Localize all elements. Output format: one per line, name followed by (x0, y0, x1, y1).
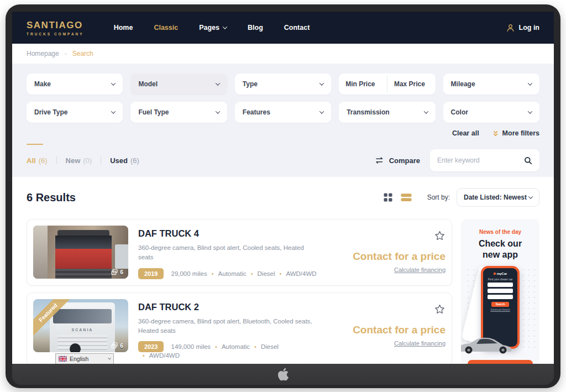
list-view-icon[interactable] (401, 193, 412, 202)
year-badge: 2019 (138, 268, 164, 279)
filter-color[interactable]: Color (443, 102, 539, 123)
chevron-down-icon (111, 81, 116, 85)
search-icon[interactable] (524, 156, 532, 165)
nav-item-blog[interactable]: Blog (248, 24, 263, 32)
chevron-down-icon (216, 81, 220, 85)
apple-logo (277, 367, 289, 381)
tab-all[interactable]: All (6) (27, 156, 48, 165)
nav-item-classic[interactable]: Classic (154, 24, 178, 32)
favorite-star-icon[interactable] (434, 230, 446, 242)
breadcrumb-home[interactable]: Homepage (27, 50, 59, 58)
language-value: English (70, 356, 88, 362)
filter-fuel-type[interactable]: Fuel Type (130, 102, 227, 123)
photos-icon (111, 342, 118, 349)
filter-transmission[interactable]: Transmission (339, 102, 435, 123)
chevron-down-icon (528, 109, 532, 113)
listing-photo[interactable]: 6 (33, 226, 128, 279)
brand-logo[interactable]: SANTIAGO TRUCKS COMPANY (27, 20, 84, 36)
chevron-down-icon (223, 24, 227, 29)
chevron-down-icon (216, 109, 220, 113)
app-promo-card: News of the day Check our new app m (461, 219, 539, 364)
filter-grid: Make Model Type Mileage (27, 74, 539, 123)
keyword-input[interactable] (437, 156, 524, 164)
min-price-input[interactable] (339, 74, 387, 95)
listing-title[interactable]: DAF TRUCK 4 (138, 228, 318, 239)
photo-count-badge: 6 (111, 269, 123, 275)
photos-icon (111, 269, 118, 275)
photo-count-badge: 6 (111, 342, 123, 349)
filter-features[interactable]: Features (235, 102, 331, 123)
filter-model[interactable]: Model (130, 74, 227, 95)
favorite-star-icon[interactable] (434, 304, 446, 315)
breadcrumb: Homepage - Search (12, 44, 554, 64)
listing-photo[interactable]: SCANIA Featured 6 (33, 299, 128, 352)
app-logo: myCar (483, 272, 517, 275)
grid-view-icon[interactable] (384, 193, 392, 202)
filter-price (339, 74, 435, 95)
filter-make[interactable]: Make (27, 74, 123, 95)
listing-features: 360-degree camera, Blind spot alert, Blu… (138, 317, 318, 336)
login-label: Log in (519, 24, 540, 32)
listing-features: 360-degree camera, Blind spot alert, Coo… (138, 243, 318, 263)
compare-arrows-icon (374, 157, 384, 164)
brand-name: SANTIAGO (27, 20, 84, 31)
monitor-frame: SANTIAGO TRUCKS COMPANY Home Classic Pag… (6, 4, 560, 388)
phone-mockup: myCar Find your dream car Search Advance… (461, 266, 539, 353)
chevron-down-icon (108, 357, 111, 360)
double-chevron-down-icon (492, 130, 499, 137)
promo-kicker: News of the day (461, 229, 539, 235)
keyword-search-box (430, 149, 539, 171)
sort-by-label: Sort by: (427, 194, 450, 201)
promo-title: Check our new app (461, 238, 539, 260)
top-navbar: SANTIAGO TRUCKS COMPANY Home Classic Pag… (12, 12, 554, 44)
chevron-down-icon (111, 109, 116, 113)
nav-item-pages[interactable]: Pages (199, 24, 227, 32)
nav-item-contact[interactable]: Contact (284, 24, 310, 32)
language-selector[interactable]: English (55, 353, 114, 364)
more-filters-button[interactable]: More filters (492, 129, 539, 137)
price-label: Contact for a price (353, 324, 446, 336)
listings-area: 6 DAF TRUCK 4 360-degree camera, Blind s… (27, 219, 539, 364)
chevron-down-icon (319, 81, 324, 85)
listing-meta: 2019 29,000 miles Automatic Diesel AWD/4… (138, 268, 318, 279)
monitor-chin (12, 364, 554, 385)
max-price-input[interactable] (387, 74, 436, 95)
year-badge: 2023 (138, 341, 164, 352)
clear-all-button[interactable]: Clear all (452, 129, 479, 137)
filter-actions: Clear all More filters (27, 129, 539, 137)
chevron-down-icon (528, 194, 533, 198)
chevron-down-icon (423, 109, 428, 113)
listings-column: 6 DAF TRUCK 4 360-degree camera, Blind s… (27, 219, 452, 364)
tab-new[interactable]: New (0) (66, 156, 92, 165)
user-icon (506, 24, 515, 32)
calculate-financing-link[interactable]: Calculate financing (394, 266, 446, 273)
price-label: Contact for a price (353, 250, 446, 263)
results-section: 6 Results Sort by: Date Listed: N (12, 177, 554, 364)
compare-button[interactable]: Compare (374, 156, 420, 165)
breadcrumb-separator: - (65, 50, 67, 58)
results-header: 6 Results Sort by: Date Listed: N (27, 188, 539, 207)
chevron-down-icon (528, 81, 532, 85)
listing-card[interactable]: 6 DAF TRUCK 4 360-degree camera, Blind s… (27, 219, 452, 286)
breadcrumb-current: Search (72, 50, 93, 58)
sort-dropdown[interactable]: Date Listed: Newest (457, 188, 539, 207)
active-tab-indicator (27, 144, 43, 145)
sports-car-image (461, 332, 518, 354)
results-count-heading: 6 Results (27, 191, 76, 204)
filter-section: Make Model Type Mileage (12, 64, 554, 177)
filter-type[interactable]: Type (235, 74, 331, 95)
tab-divider (56, 156, 57, 164)
login-button[interactable]: Log in (506, 24, 540, 32)
main-nav: Home Classic Pages Blog Contact (114, 24, 310, 32)
tab-used[interactable]: Used (6) (110, 156, 139, 165)
filter-drive-type[interactable]: Drive Type (27, 102, 123, 123)
browser-screen: SANTIAGO TRUCKS COMPANY Home Classic Pag… (12, 12, 554, 364)
nav-item-home[interactable]: Home (114, 24, 133, 32)
tab-divider (101, 156, 101, 164)
download-button[interactable]: Download (468, 360, 533, 364)
calculate-financing-link[interactable]: Calculate financing (394, 340, 446, 347)
filter-mileage[interactable]: Mileage (443, 74, 539, 95)
truck-brand-label: SCANIA (50, 328, 115, 332)
listing-title[interactable]: DAF TRUCK 2 (138, 302, 318, 312)
chevron-down-icon (319, 109, 324, 113)
